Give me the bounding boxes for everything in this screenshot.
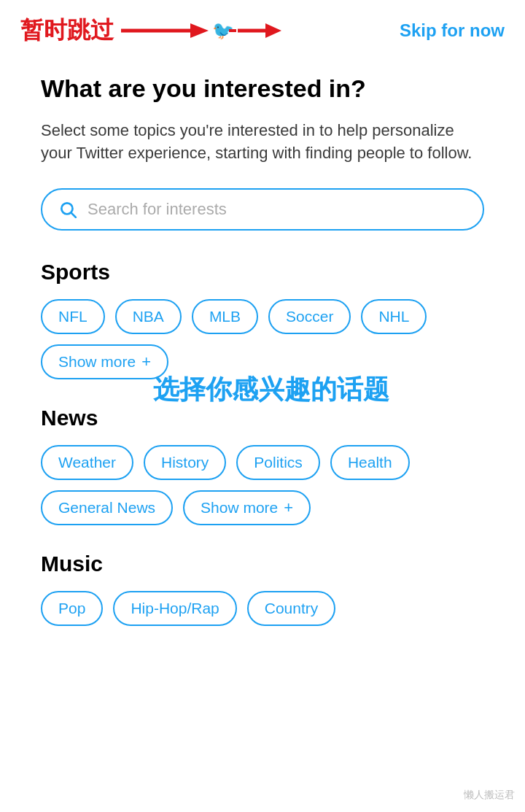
music-section: Music Pop Hip-Hop/Rap Country <box>41 552 484 626</box>
tag-nfl[interactable]: NFL <box>41 299 105 334</box>
sports-title: Sports <box>41 260 484 285</box>
plus-icon: + <box>141 354 151 370</box>
page-subtitle: Select some topics you're interested in … <box>41 119 484 166</box>
svg-marker-1 <box>190 23 209 38</box>
watermark: 懒人搬运君 <box>464 789 515 802</box>
news-show-more-button[interactable]: Show more + <box>183 490 311 525</box>
tag-nba[interactable]: NBA <box>115 299 182 334</box>
search-input[interactable] <box>88 200 467 219</box>
skip-for-now-link[interactable]: Skip for now <box>400 20 505 41</box>
sports-tags: NFL NBA MLB Soccer NHL <box>41 299 484 334</box>
plus-icon-news: + <box>284 500 293 516</box>
search-bar <box>41 188 484 231</box>
arrow-decoration: 🐦 <box>121 13 281 48</box>
page-title: What are you interested in? <box>41 73 484 104</box>
music-title: Music <box>41 552 484 576</box>
news-extra-row: General News Show more + <box>41 490 484 525</box>
tag-hiphop-rap[interactable]: Hip-Hop/Rap <box>113 591 236 626</box>
sports-more-row: Show more + <box>41 344 484 379</box>
tag-mlb[interactable]: MLB <box>192 299 258 334</box>
music-tags: Pop Hip-Hop/Rap Country <box>41 591 484 626</box>
search-icon <box>58 200 77 219</box>
news-title: News <box>41 406 484 430</box>
tag-health[interactable]: Health <box>330 445 410 480</box>
news-tags: Weather History Politics Health <box>41 445 484 480</box>
chinese-skip-label: 暂时跳过 <box>20 15 114 47</box>
tag-history[interactable]: History <box>144 445 226 480</box>
tag-pop[interactable]: Pop <box>41 591 103 626</box>
news-section: News Weather History Politics Health Gen… <box>41 406 484 525</box>
tag-country[interactable]: Country <box>247 591 336 626</box>
tag-politics[interactable]: Politics <box>236 445 320 480</box>
tag-nhl[interactable]: NHL <box>361 299 427 334</box>
sports-show-more-button[interactable]: Show more + <box>41 344 168 379</box>
tag-soccer[interactable]: Soccer <box>268 299 351 334</box>
svg-line-7 <box>71 213 76 217</box>
tag-weather[interactable]: Weather <box>41 445 133 480</box>
arrow-twitter-icon: 🐦 <box>121 13 238 48</box>
svg-marker-5 <box>265 23 281 38</box>
second-arrow-icon <box>238 13 281 48</box>
tag-general-news[interactable]: General News <box>41 490 173 525</box>
sports-section: Sports NFL NBA MLB Soccer NHL Show more … <box>41 260 484 379</box>
